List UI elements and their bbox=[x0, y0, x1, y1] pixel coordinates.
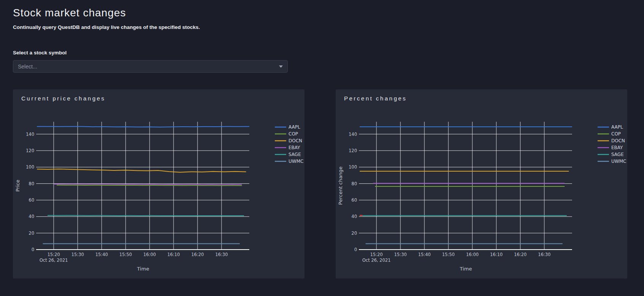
y-tick-label: 140 bbox=[349, 132, 357, 137]
legend-label-COP: COP bbox=[289, 131, 298, 137]
legend-label-EBAY: EBAY bbox=[611, 145, 623, 150]
current-price-changes-card: Current price changes 020406080100120140… bbox=[13, 89, 304, 278]
series-line-DOCN bbox=[37, 169, 246, 172]
y-tick-label: 40 bbox=[29, 214, 34, 219]
y-axis-title: Price bbox=[15, 180, 21, 192]
stock-selector-label: Select a stock symbol bbox=[13, 50, 631, 56]
y-tick-label: 60 bbox=[351, 197, 357, 203]
y-tick-label: 100 bbox=[26, 164, 34, 170]
x-tick-label: 16:00 bbox=[143, 252, 156, 257]
page: Stock market changes Continually query Q… bbox=[0, 7, 644, 278]
percent-changes-chart: 02040608010012014015:2015:3015:4015:5016… bbox=[336, 103, 627, 276]
current-price-changes-chart: 02040608010012014015:2015:3015:4015:5016… bbox=[13, 103, 304, 276]
y-tick-label: 140 bbox=[26, 132, 34, 137]
y-tick-label: 20 bbox=[351, 231, 357, 236]
legend-item-SAGE[interactable]: SAGE bbox=[275, 152, 301, 157]
y-axis-title: Percent change bbox=[338, 167, 343, 205]
y-tick-label: 80 bbox=[29, 181, 34, 186]
series-line-SAGE bbox=[48, 215, 244, 216]
x-tick-label: 16:30 bbox=[538, 252, 550, 257]
legend-item-DOCN[interactable]: DOCN bbox=[598, 138, 625, 143]
legend-item-UWMC[interactable]: UWMC bbox=[275, 159, 303, 164]
y-tick-label: 100 bbox=[349, 164, 357, 170]
x-tick-label: 15:20 bbox=[370, 252, 383, 257]
legend-label-COP: COP bbox=[611, 131, 621, 137]
x-tick-label: 16:10 bbox=[490, 252, 502, 257]
legend-item-UWMC[interactable]: UWMC bbox=[598, 159, 626, 164]
series-line-EBAY bbox=[54, 184, 242, 185]
x-axis-date-label: Oct 26, 2021 bbox=[362, 258, 391, 263]
chart-title-current-price-changes: Current price changes bbox=[13, 89, 304, 102]
legend-label-EBAY: EBAY bbox=[289, 145, 300, 150]
series-line-COP bbox=[57, 185, 242, 186]
y-tick-label: 40 bbox=[351, 214, 357, 219]
legend-label-AAPL: AAPL bbox=[289, 124, 300, 130]
legend-item-AAPL[interactable]: AAPL bbox=[598, 124, 623, 130]
y-tick-label: 120 bbox=[26, 148, 34, 153]
chart-title-percent-changes: Percent changes bbox=[336, 89, 627, 102]
legend-item-COP[interactable]: COP bbox=[598, 131, 621, 137]
legend-item-SAGE[interactable]: SAGE bbox=[598, 152, 624, 157]
legend-item-EBAY[interactable]: EBAY bbox=[275, 145, 300, 150]
charts-row: Current price changes 020406080100120140… bbox=[13, 89, 631, 278]
x-axis-title: Time bbox=[137, 266, 149, 272]
x-tick-label: 16:20 bbox=[191, 252, 204, 257]
legend-label-UWMC: UWMC bbox=[611, 159, 626, 164]
y-tick-label: 80 bbox=[351, 181, 357, 186]
stock-symbol-dropdown[interactable]: Select... bbox=[13, 60, 288, 73]
page-title: Stock market changes bbox=[13, 7, 631, 19]
series-line-AAPL bbox=[37, 126, 249, 127]
y-tick-label: 0 bbox=[354, 247, 357, 252]
x-tick-label: 15:30 bbox=[71, 252, 84, 257]
x-tick-label: 15:20 bbox=[47, 252, 60, 257]
x-tick-label: 16:10 bbox=[167, 252, 180, 257]
percent-changes-card: Percent changes 02040608010012014015:201… bbox=[336, 89, 627, 278]
legend-label-AAPL: AAPL bbox=[611, 124, 623, 130]
x-axis-date-label: Oct 26, 2021 bbox=[40, 258, 68, 263]
legend-label-DOCN: DOCN bbox=[289, 138, 302, 143]
x-tick-label: 15:40 bbox=[95, 252, 108, 257]
legend-label-SAGE: SAGE bbox=[611, 152, 624, 157]
x-tick-label: 15:50 bbox=[119, 252, 132, 257]
x-tick-label: 16:00 bbox=[466, 252, 478, 257]
x-tick-label: 16:20 bbox=[514, 252, 526, 257]
legend-item-DOCN[interactable]: DOCN bbox=[275, 138, 302, 143]
dropdown-placeholder: Select... bbox=[18, 64, 37, 70]
legend-label-DOCN: DOCN bbox=[611, 138, 625, 143]
caret-down-icon[interactable] bbox=[279, 65, 283, 68]
legend-label-SAGE: SAGE bbox=[289, 152, 301, 157]
x-tick-label: 15:30 bbox=[394, 252, 406, 257]
x-axis-title: Time bbox=[459, 266, 472, 272]
x-tick-label: 15:40 bbox=[418, 252, 430, 257]
legend-label-UWMC: UWMC bbox=[289, 159, 303, 164]
legend-item-AAPL[interactable]: AAPL bbox=[275, 124, 300, 130]
x-tick-label: 16:30 bbox=[215, 252, 228, 257]
y-tick-label: 20 bbox=[29, 231, 34, 236]
legend-item-EBAY[interactable]: EBAY bbox=[598, 145, 623, 150]
y-tick-label: 120 bbox=[349, 148, 357, 153]
y-tick-label: 60 bbox=[29, 197, 34, 203]
x-tick-label: 15:50 bbox=[442, 252, 454, 257]
legend-item-COP[interactable]: COP bbox=[275, 131, 298, 137]
page-subtitle: Continually query QuestDB and display li… bbox=[13, 24, 631, 30]
y-tick-label: 0 bbox=[32, 247, 34, 252]
